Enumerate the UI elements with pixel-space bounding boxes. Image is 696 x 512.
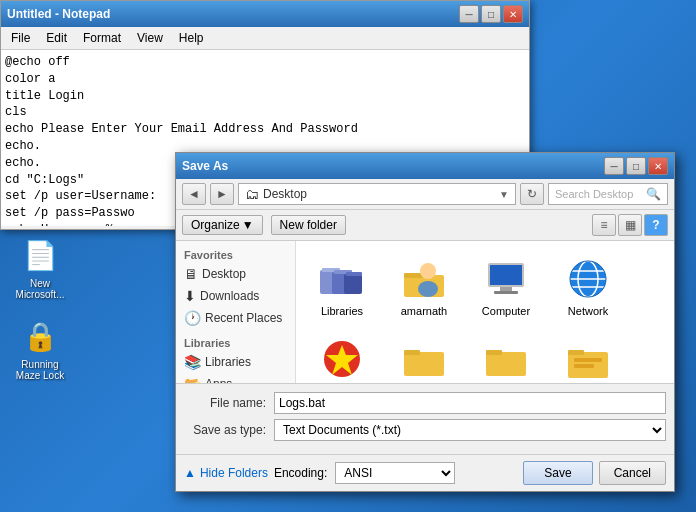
sidebar-libraries-label: Libraries [205,355,251,369]
apps-folder-icon: 📂 [184,376,201,383]
svg-rect-28 [574,358,602,362]
image-catalog-icon [318,335,366,383]
notepad-titlebar: Untitled - Notepad ─ □ ✕ [1,1,529,27]
location-text: Desktop [263,187,307,201]
notepad-maximize-button[interactable]: □ [481,5,501,23]
file-browser-area: Libraries amarnath [296,241,674,383]
sidebar-item-recent[interactable]: 🕐 Recent Places [176,307,295,329]
filetype-row: Save as type: Text Documents (*.txt) [184,419,666,441]
svg-rect-29 [574,364,594,368]
filename-row: File name: [184,392,666,414]
funny-folder-icon [482,335,530,383]
filetype-select[interactable]: Text Documents (*.txt) [274,419,666,441]
back-button[interactable]: ◄ [182,183,206,205]
file-item-trek[interactable]: 17.11.15 trek [388,331,460,383]
file-item-computer[interactable]: Computer [470,251,542,321]
computer-icon [482,255,530,303]
saveas-titlebar: Save As ─ □ ✕ [176,153,674,179]
maze-icon: 🔒 [20,316,60,356]
svg-rect-13 [494,291,518,294]
location-folder-icon: 🗂 [245,186,259,202]
hide-folders-arrow: ▲ [184,466,196,480]
notepad-menu-help[interactable]: Help [173,29,210,47]
ms-icon: 📄 [20,235,60,275]
maze-label: Running Maze Lock [9,359,71,381]
downloads-icon: ⬇ [184,288,196,304]
libraries-folder-icon [318,255,366,303]
favorites-header: Favorites [176,247,295,263]
forward-button[interactable]: ► [210,183,234,205]
dialog-sidebar: Favorites 🖥 Desktop ⬇ Downloads 🕐 Recent… [176,241,296,383]
person-folder-icon [400,255,448,303]
svg-rect-27 [568,350,584,355]
notepad-controls: ─ □ ✕ [459,5,523,23]
saveas-toolbar: ◄ ► 🗂 Desktop ▼ ↻ Search Desktop 🔍 [176,179,674,210]
organize-dropdown-icon: ▼ [242,218,254,232]
desktop-icon-small: 🖥 [184,266,198,282]
search-placeholder: Search Desktop [555,188,633,200]
svg-point-9 [418,281,438,297]
file-item-libraries[interactable]: Libraries [306,251,378,321]
view-list-button[interactable]: ≡ [592,214,616,236]
search-box[interactable]: Search Desktop 🔍 [548,183,668,205]
help-button[interactable]: ? [644,214,668,236]
sidebar-item-libraries[interactable]: 📚 Libraries [176,351,295,373]
location-bar[interactable]: 🗂 Desktop ▼ [238,183,516,205]
desktop-icon-maze[interactable]: 🔒 Running Maze Lock [5,312,75,385]
network-globe-icon [564,255,612,303]
network-label: Network [568,305,608,317]
organize-label: Organize [191,218,240,232]
saveas-maximize-button[interactable]: □ [626,157,646,175]
svg-rect-24 [486,352,526,376]
svg-rect-23 [404,350,420,355]
file-item-network[interactable]: Network [552,251,624,321]
file-item-lecture[interactable]: Lecture [552,331,624,383]
new-folder-label: New folder [280,218,337,232]
sidebar-item-apps[interactable]: 📂 Apps [176,373,295,383]
hide-folders-button[interactable]: ▲ Hide Folders [184,466,268,480]
organize-button[interactable]: Organize ▼ [182,215,263,235]
computer-label: Computer [482,305,530,317]
search-icon: 🔍 [646,187,661,201]
desktop-icon-ms[interactable]: 📄 New Microsoft... [5,231,75,304]
new-folder-button[interactable]: New folder [271,215,346,235]
saveas-dialog: Save As ─ □ ✕ ◄ ► 🗂 Desktop ▼ ↻ Search D… [175,152,675,492]
notepad-menu-edit[interactable]: Edit [40,29,73,47]
trek-folder-icon [400,335,448,383]
notepad-menu-file[interactable]: File [5,29,36,47]
sidebar-item-desktop[interactable]: 🖥 Desktop [176,263,295,285]
refresh-button[interactable]: ↻ [520,183,544,205]
encoding-select[interactable]: ANSI [335,462,455,484]
libraries-icon: 📚 [184,354,201,370]
dialog-footer: ▲ Hide Folders Encoding: ANSI Save Cance… [176,454,674,491]
file-item-amarnath[interactable]: amarnath [388,251,460,321]
filename-input[interactable] [274,392,666,414]
filename-label: File name: [184,396,274,410]
notepad-title: Untitled - Notepad [7,7,110,21]
notepad-menubar: File Edit Format View Help [1,27,529,50]
encoding-section: Encoding: ANSI [274,462,455,484]
save-button[interactable]: Save [523,461,592,485]
libraries-header: Libraries [176,335,295,351]
file-item-image-catalog[interactable]: Image Catalog [306,331,378,383]
notepad-menu-view[interactable]: View [131,29,169,47]
view-details-button[interactable]: ▦ [618,214,642,236]
cancel-button[interactable]: Cancel [599,461,666,485]
svg-rect-11 [490,265,522,285]
view-buttons: ≡ ▦ ? [592,214,668,236]
saveas-title: Save As [182,159,228,173]
location-dropdown-arrow[interactable]: ▼ [499,189,509,200]
libraries-section: Libraries 📚 Libraries 📂 Apps 📄 Documents… [176,335,295,383]
favorites-section: Favorites 🖥 Desktop ⬇ Downloads 🕐 Recent… [176,247,295,329]
saveas-close-button[interactable]: ✕ [648,157,668,175]
notepad-close-button[interactable]: ✕ [503,5,523,23]
notepad-minimize-button[interactable]: ─ [459,5,479,23]
svg-rect-5 [346,272,362,276]
saveas-minimize-button[interactable]: ─ [604,157,624,175]
notepad-menu-format[interactable]: Format [77,29,127,47]
file-item-funny[interactable]: Funny [470,331,542,383]
sidebar-item-downloads[interactable]: ⬇ Downloads [176,285,295,307]
sidebar-downloads-label: Downloads [200,289,259,303]
amarnath-label: amarnath [401,305,447,317]
svg-rect-7 [404,273,422,278]
